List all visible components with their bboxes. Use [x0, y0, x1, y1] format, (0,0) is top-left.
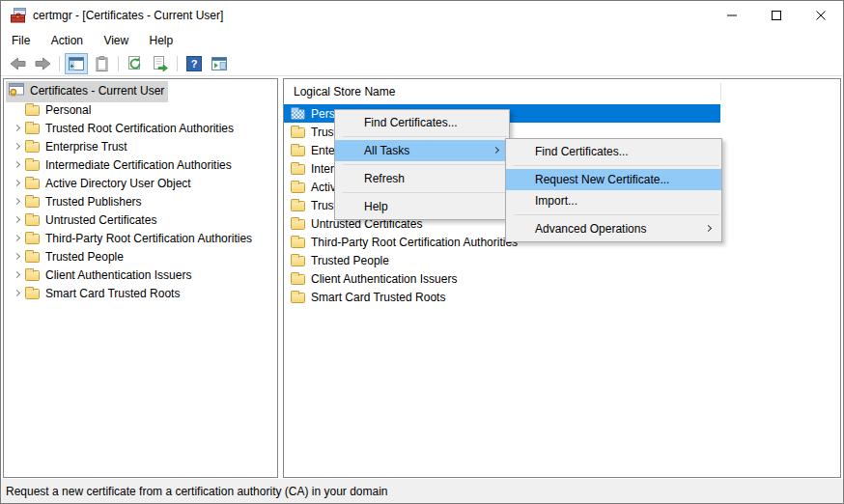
folder-icon [25, 252, 40, 263]
tree-item-personal[interactable]: Personal [4, 100, 277, 119]
chevron-right-icon[interactable] [14, 161, 20, 168]
list-item-label: Third-Party Root Certification Authoriti… [311, 236, 518, 249]
tree-item-client-authentication-issuers[interactable]: Client Authentication Issuers [4, 266, 277, 284]
menu-help[interactable]: Help [141, 30, 183, 51]
menu-file[interactable]: File [3, 30, 39, 51]
tree-item-label: Active Directory User Object [45, 177, 191, 190]
tree-item-trusted-publishers[interactable]: Trusted Publishers [4, 192, 277, 210]
certificates-root-icon [9, 82, 24, 100]
tree-item-smart-card-trusted-roots[interactable]: Smart Card Trusted Roots [4, 284, 277, 302]
menu-bar: File Action View Help [1, 30, 843, 51]
maximize-button[interactable] [754, 1, 799, 30]
help-button[interactable]: ? [183, 53, 206, 74]
paste-button[interactable] [90, 53, 113, 74]
folder-icon [291, 146, 305, 156]
list-item-label: Client Authentication Issuers [311, 272, 457, 286]
submenu-item-import[interactable]: Import... [506, 190, 721, 211]
submenu-item-advanced-operations[interactable]: Advanced Operations [506, 218, 721, 239]
forward-arrow-icon [35, 57, 51, 70]
folder-icon [291, 256, 305, 266]
forward-button[interactable] [31, 53, 54, 74]
show-console-tree-button[interactable] [65, 53, 88, 74]
back-button[interactable] [6, 53, 29, 74]
tree-item-active-directory-user-object[interactable]: Active Directory User Object [4, 174, 277, 192]
folder-icon [291, 182, 305, 193]
chevron-right-icon[interactable] [14, 253, 20, 260]
menu-item-all-tasks[interactable]: All Tasks [335, 140, 509, 161]
certmgr-window: certmgr - [Certificates - Current User] … [0, 0, 844, 504]
list-item-trusted-people[interactable]: Trusted People [284, 251, 840, 269]
toolbar: ? [1, 51, 843, 76]
tree-item-label: Personal [45, 103, 91, 117]
tree-item-untrusted-certificates[interactable]: Untrusted Certificates [4, 210, 277, 229]
tree-item-intermediate-certification-authorities[interactable]: Intermediate Certification Authorities [4, 155, 277, 174]
certmgr-app-icon [11, 8, 26, 23]
menu-separator [343, 164, 507, 165]
back-arrow-icon [10, 57, 26, 70]
list-item-label: Smart Card Trusted Roots [311, 291, 445, 304]
toolbar-separator [177, 56, 178, 71]
tree-item-enterprise-trust[interactable]: Enterprise Trust [4, 137, 277, 155]
list-column-header[interactable]: Logical Store Name [284, 79, 840, 104]
folder-icon [291, 164, 305, 175]
action-pane-icon [211, 57, 227, 70]
status-text: Request a new certificate from a certifi… [6, 485, 388, 498]
chevron-right-icon[interactable] [14, 198, 20, 205]
submenu-item-find-certificates[interactable]: Find Certificates... [506, 141, 721, 162]
chevron-right-icon[interactable] [14, 180, 20, 186]
chevron-right-icon[interactable] [14, 271, 20, 278]
window-title: certmgr - [Certificates - Current User] [33, 1, 223, 30]
tree-item-label: Trusted Root Certification Authorities [45, 122, 234, 135]
menu-view[interactable]: View [95, 30, 137, 51]
chevron-right-icon[interactable] [14, 290, 20, 296]
folder-icon [291, 219, 305, 230]
refresh-icon [127, 56, 143, 71]
tree-item-label: Smart Card Trusted Roots [45, 287, 180, 300]
tree-item-trusted-people[interactable]: Trusted People [4, 247, 277, 266]
folder-icon [25, 289, 40, 299]
minimize-icon [726, 10, 738, 21]
tree-root-label: Certificates - Current User [30, 84, 164, 98]
menu-item-label: Refresh [364, 172, 405, 185]
tree-item-third-party-root-certification-authorities[interactable]: Third-Party Root Certification Authoriti… [4, 229, 277, 247]
chevron-right-icon[interactable] [14, 125, 20, 131]
folder-icon [25, 142, 40, 153]
chevron-right-icon[interactable] [14, 216, 20, 223]
folder-icon [291, 127, 305, 138]
close-button[interactable] [799, 1, 843, 30]
menu-item-label: Request New Certificate... [535, 173, 669, 186]
menu-separator [514, 214, 719, 215]
menu-action[interactable]: Action [42, 30, 92, 51]
tree-item-label: Enterprise Trust [45, 140, 127, 154]
chevron-right-icon[interactable] [14, 235, 20, 241]
menu-item-refresh[interactable]: Refresh [335, 168, 509, 189]
submenu-arrow-icon [492, 147, 499, 154]
toolbar-separator [59, 56, 60, 71]
column-header-label: Logical Store Name [294, 85, 395, 98]
menu-item-find-certificates[interactable]: Find Certificates... [335, 112, 509, 133]
menu-separator [343, 136, 507, 137]
menu-item-label: Import... [535, 194, 577, 208]
clipboard-icon [96, 56, 108, 71]
list-item-client-authentication-issuers[interactable]: Client Authentication Issuers [284, 269, 840, 288]
all-tasks-submenu: Find Certificates... Request New Certifi… [505, 138, 722, 242]
minimize-button[interactable] [710, 1, 754, 30]
menu-item-help[interactable]: Help [335, 196, 509, 217]
export-list-button[interactable] [149, 53, 172, 74]
tree-root-certificates-current-user[interactable]: Certificates - Current User [4, 82, 277, 100]
tree-item-label: Trusted People [45, 250, 124, 264]
window-controls [710, 1, 843, 30]
refresh-button[interactable] [124, 53, 147, 74]
submenu-item-request-new-certificate[interactable]: Request New Certificate... [506, 169, 721, 190]
show-action-pane-button[interactable] [208, 53, 231, 74]
list-item-smart-card-trusted-roots[interactable]: Smart Card Trusted Roots [284, 288, 840, 306]
selected-folder-icon [291, 109, 305, 120]
status-bar: Request a new certificate from a certifi… [1, 479, 843, 504]
chevron-right-icon[interactable] [14, 143, 20, 150]
console-tree-icon [69, 57, 84, 70]
tree-item-trusted-root-certification-authorities[interactable]: Trusted Root Certification Authorities [4, 119, 277, 137]
svg-text:?: ? [191, 58, 198, 70]
column-separator[interactable] [720, 83, 721, 100]
close-icon [815, 10, 827, 21]
folder-icon [25, 124, 40, 134]
